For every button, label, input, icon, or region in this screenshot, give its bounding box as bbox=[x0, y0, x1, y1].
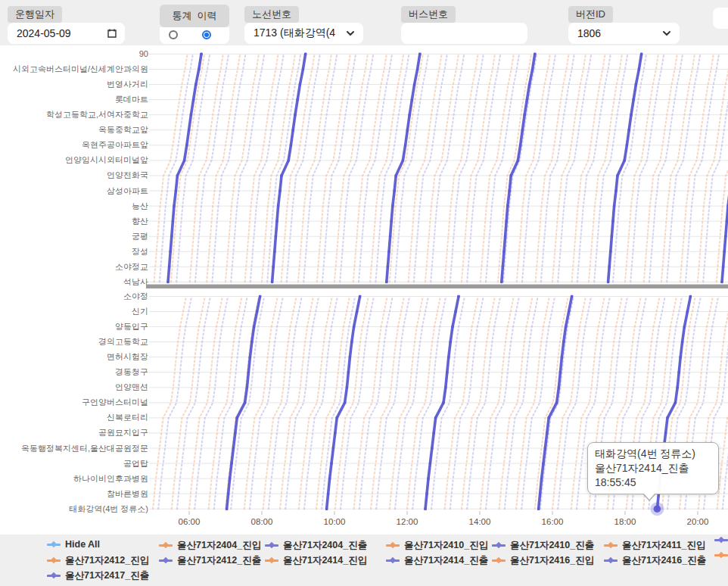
x-tick-label: 20:00 bbox=[687, 517, 709, 526]
faded-trajectory[interactable] bbox=[572, 54, 605, 282]
legend-item[interactable]: 울산71자2412_진입 bbox=[47, 554, 149, 567]
station-label: 하나이비인후과병원 bbox=[73, 474, 148, 483]
station-label: 석남사 bbox=[123, 277, 148, 286]
route-select[interactable]: 1713 (태화강역(4 bbox=[244, 23, 363, 44]
station-label: 태화강역(4번 정류소) bbox=[70, 504, 149, 513]
legend-item-truncated[interactable] bbox=[714, 539, 728, 541]
faded-trajectory[interactable] bbox=[160, 54, 193, 282]
faded-trajectory[interactable] bbox=[686, 54, 719, 282]
faded-trajectory[interactable] bbox=[250, 54, 284, 282]
legend-marker-icon bbox=[47, 544, 61, 546]
chevron-down-icon bbox=[661, 28, 672, 39]
faded-trajectory[interactable] bbox=[536, 54, 569, 282]
legend-label: 울산71자2414_진입 bbox=[283, 554, 367, 567]
legend-item[interactable]: 울산71자2410_진출 bbox=[492, 539, 594, 552]
hist-radio[interactable] bbox=[202, 30, 211, 39]
faded-trajectory[interactable] bbox=[577, 54, 611, 282]
faded-trajectory[interactable] bbox=[661, 54, 695, 282]
edge-partial-button[interactable] bbox=[713, 8, 728, 29]
faded-trajectory[interactable] bbox=[245, 54, 278, 282]
faded-trajectory[interactable] bbox=[298, 54, 331, 282]
faded-trajectory[interactable] bbox=[287, 54, 320, 282]
legend-label: 울산71자2410_진출 bbox=[510, 539, 594, 552]
faded-trajectory[interactable] bbox=[625, 54, 658, 282]
mode-hist-label: 이력 bbox=[198, 10, 217, 21]
legend-item[interactable]: 울산71자2412_진출 bbox=[159, 554, 261, 567]
legend-item[interactable]: 울산71자2416_진입 bbox=[492, 554, 594, 567]
legend-item[interactable]: 울산71자2414_진입 bbox=[265, 554, 367, 567]
legend-marker-icon bbox=[386, 544, 400, 547]
legend-label: 울산71자2417_진출 bbox=[65, 569, 149, 582]
date-input[interactable]: 2024-05-09 bbox=[8, 23, 125, 44]
faded-trajectory[interactable] bbox=[231, 54, 264, 282]
faded-trajectory[interactable] bbox=[680, 54, 714, 282]
legend-item[interactable]: 울산71자2414_진출 bbox=[386, 554, 488, 567]
highlight-point[interactable] bbox=[654, 505, 661, 513]
legend-item-truncated[interactable] bbox=[714, 554, 728, 556]
legend-item[interactable]: 울산71자2410_진입 bbox=[386, 539, 488, 552]
faded-trajectory[interactable] bbox=[353, 54, 387, 282]
faded-trajectory[interactable] bbox=[226, 54, 259, 282]
stat-radio[interactable] bbox=[169, 30, 178, 39]
faded-trajectory[interactable] bbox=[589, 54, 622, 282]
faded-trajectory[interactable] bbox=[414, 54, 447, 282]
faded-trajectory[interactable] bbox=[522, 54, 555, 282]
faded-trajectory[interactable] bbox=[450, 54, 484, 282]
date-value: 2024-05-09 bbox=[8, 27, 71, 39]
faded-trajectory[interactable] bbox=[552, 54, 586, 282]
faded-trajectory[interactable] bbox=[262, 54, 295, 282]
faded-trajectory[interactable] bbox=[613, 54, 646, 282]
station-label: 옥현주공아파트앞 bbox=[82, 140, 148, 149]
faded-trajectory[interactable] bbox=[462, 54, 495, 282]
faded-trajectory[interactable] bbox=[390, 54, 423, 282]
x-tick-label: 06:00 bbox=[179, 517, 201, 526]
faded-trajectory[interactable] bbox=[644, 54, 677, 282]
faded-trajectory[interactable] bbox=[334, 54, 368, 282]
faded-trajectory[interactable] bbox=[195, 54, 229, 282]
legend-marker-icon bbox=[47, 575, 61, 577]
legend-label: 울산71자2404_진출 bbox=[283, 539, 367, 552]
calendar-icon[interactable] bbox=[107, 28, 117, 39]
legend-item[interactable]: 울산71자2411_진입 bbox=[604, 539, 705, 552]
faded-trajectory[interactable] bbox=[359, 54, 392, 282]
version-field-label: 버전ID bbox=[568, 6, 613, 23]
station-label: 면허시험장 bbox=[107, 352, 148, 361]
station-label: 능산 bbox=[132, 201, 148, 210]
faded-trajectory[interactable] bbox=[717, 54, 728, 282]
faded-trajectory[interactable] bbox=[171, 54, 204, 282]
station-label: 옥동중학교앞 bbox=[98, 125, 148, 134]
x-tick-label: 16:00 bbox=[542, 517, 564, 526]
bus-number-input[interactable] bbox=[401, 23, 527, 44]
tooltip-time: 18:55:45 bbox=[595, 475, 711, 490]
route-field-label: 노선번호 bbox=[244, 6, 299, 23]
legend-item[interactable]: 울산71자2404_진입 bbox=[159, 539, 261, 552]
legend-item[interactable]: 울산71자2417_진출 bbox=[47, 569, 149, 582]
mode-radio-group bbox=[160, 27, 229, 44]
version-value: 1806 bbox=[568, 27, 601, 39]
legend-item[interactable]: 울산71자2404_진출 bbox=[265, 539, 367, 552]
chart-legend: Hide All울산71자2404_진입울산71자2404_진출울산71자241… bbox=[0, 536, 728, 586]
highlighted-trajectory[interactable] bbox=[608, 54, 642, 282]
faded-trajectory[interactable] bbox=[425, 54, 459, 282]
faded-trajectory[interactable] bbox=[445, 54, 478, 282]
faded-trajectory[interactable] bbox=[317, 54, 350, 282]
station-label: 소야정 bbox=[123, 291, 148, 301]
station-label: 시외고속버스터미널/신세계안과의원 bbox=[13, 64, 148, 73]
faded-trajectory[interactable] bbox=[481, 54, 514, 282]
faded-trajectory[interactable] bbox=[649, 54, 683, 282]
tooltip-station: 태화강역(4번 정류소) bbox=[595, 447, 711, 461]
station-label: 장성 bbox=[132, 247, 148, 256]
legend-marker-icon bbox=[492, 544, 506, 547]
faded-trajectory[interactable] bbox=[541, 54, 574, 282]
faded-trajectory[interactable] bbox=[517, 54, 550, 282]
version-select[interactable]: 1806 bbox=[568, 23, 680, 44]
legend-marker-icon bbox=[604, 560, 618, 562]
legend-marker-icon bbox=[714, 554, 728, 556]
legend-item[interactable]: Hide All bbox=[47, 539, 100, 550]
station-label: 소야정교 bbox=[115, 262, 148, 271]
legend-item[interactable]: 울산71자2416_진출 bbox=[604, 554, 706, 567]
chevron-down-icon bbox=[345, 28, 356, 39]
x-tick-label: 14:00 bbox=[469, 517, 491, 526]
faded-trajectory[interactable] bbox=[322, 54, 356, 282]
faded-trajectory[interactable] bbox=[207, 54, 240, 282]
